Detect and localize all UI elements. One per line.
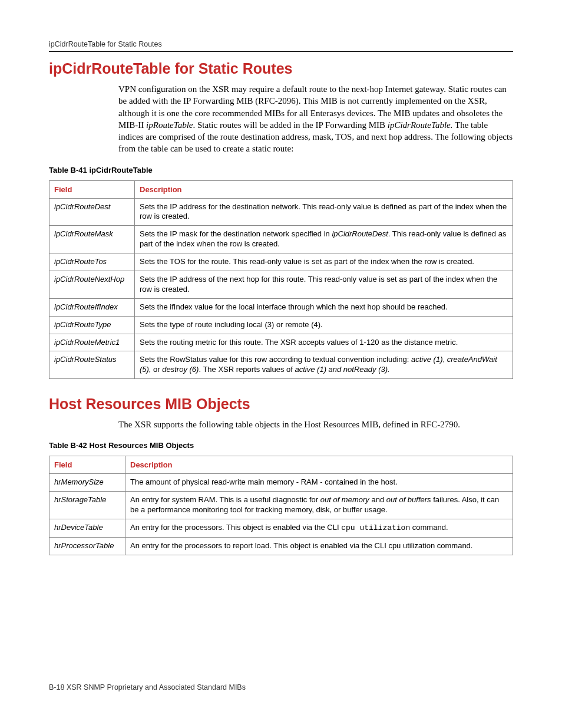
table-caption-b42: Table B-42 Host Resources MIB Objects [49, 441, 513, 450]
table-row: hrDeviceTableAn entry for the processors… [49, 519, 513, 538]
table-row: ipCidrRouteStatusSets the RowStatus valu… [49, 351, 513, 379]
description-cell: An entry for system RAM. This is a usefu… [125, 492, 513, 519]
table-row: hrMemorySizeThe amount of physical read-… [49, 474, 513, 492]
description-cell: Sets the RowStatus value for this row ac… [135, 351, 513, 379]
col-description: Description [125, 456, 513, 474]
table-row: ipCidrRouteMetric1Sets the routing metri… [49, 334, 513, 351]
field-cell: ipCidrRouteTos [49, 253, 135, 271]
field-cell: hrProcessorTable [49, 538, 125, 555]
field-cell: hrDeviceTable [49, 519, 125, 538]
field-cell: hrMemorySize [49, 474, 125, 492]
col-field: Field [49, 456, 125, 474]
page: ipCidrRouteTable for Static Routes ipCid… [0, 0, 562, 728]
table-row: ipCidrRouteTosSets the TOS for the route… [49, 253, 513, 271]
description-cell: An entry for the processors to report lo… [125, 538, 513, 555]
field-cell: ipCidrRouteIfIndex [49, 298, 135, 316]
table-row: ipCidrRouteIfIndexSets the ifIndex value… [49, 298, 513, 316]
field-cell: ipCidrRouteMask [49, 226, 135, 253]
description-cell: Sets the ifIndex value for the local int… [135, 298, 513, 316]
description-cell: Sets the IP mask for the destination net… [135, 226, 513, 253]
table-caption-b41: Table B-41 ipCidrRouteTable [49, 166, 513, 174]
field-cell: ipCidrRouteMetric1 [49, 334, 135, 351]
table-row: hrStorageTableAn entry for system RAM. T… [49, 492, 513, 519]
section-title-hostres: Host Resources MIB Objects [49, 396, 513, 413]
description-cell: The amount of physical read-write main m… [125, 474, 513, 492]
table-ipcidrroutetable: Field Description ipCidrRouteDestSets th… [49, 180, 513, 380]
description-cell: Sets the IP address of the next hop for … [135, 271, 513, 298]
table-row: ipCidrRouteDestSets the IP address for t… [49, 198, 513, 226]
description-cell: An entry for the processors. This object… [125, 519, 513, 538]
table-row: ipCidrRouteTypeSets the type of route in… [49, 316, 513, 334]
running-header: ipCidrRouteTable for Static Routes [49, 40, 513, 52]
section1-paragraph: VPN configuration on the XSR may require… [49, 83, 513, 155]
col-description: Description [135, 180, 513, 198]
section-title-ipcidr: ipCidrRouteTable for Static Routes [49, 60, 513, 77]
table-row: ipCidrRouteMaskSets the IP mask for the … [49, 226, 513, 253]
field-cell: ipCidrRouteDest [49, 198, 135, 226]
description-cell: Sets the type of route including local (… [135, 316, 513, 334]
table-row: hrProcessorTableAn entry for the process… [49, 538, 513, 555]
page-footer: B-18 XSR SNMP Proprietary and Associated… [49, 683, 246, 691]
description-cell: Sets the routing metric for this route. … [135, 334, 513, 351]
description-cell: Sets the IP address for the destination … [135, 198, 513, 226]
field-cell: ipCidrRouteNextHop [49, 271, 135, 298]
section2-paragraph: The XSR supports the following table obj… [49, 419, 513, 430]
table-row: ipCidrRouteNextHopSets the IP address of… [49, 271, 513, 298]
field-cell: ipCidrRouteStatus [49, 351, 135, 379]
table-hostresources: Field Description hrMemorySizeThe amount… [49, 456, 513, 555]
description-cell: Sets the TOS for the route. This read-on… [135, 253, 513, 271]
field-cell: ipCidrRouteType [49, 316, 135, 334]
field-cell: hrStorageTable [49, 492, 125, 519]
col-field: Field [49, 180, 135, 198]
